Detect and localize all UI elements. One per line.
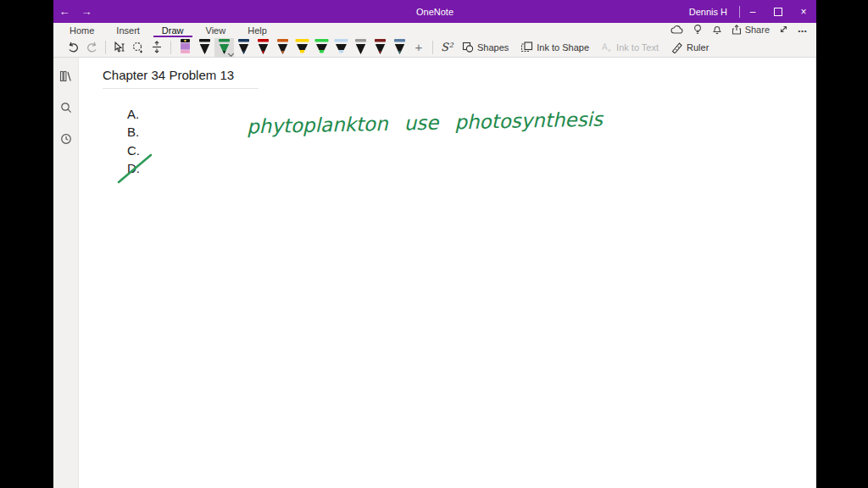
title-bar: ← → OneNote Dennis H – × xyxy=(53,0,816,23)
ruler-icon xyxy=(670,42,683,53)
dark-red-pen[interactable] xyxy=(370,38,390,57)
undo-button[interactable] xyxy=(64,38,82,56)
pen-gallery xyxy=(175,38,409,57)
ink-to-text-button: Aa Ink to Text xyxy=(595,38,665,56)
tab-insert[interactable]: Insert xyxy=(108,25,148,37)
ruler-button[interactable]: Ruler xyxy=(665,38,715,56)
maximize-icon xyxy=(774,8,782,16)
tab-draw[interactable]: Draw xyxy=(153,25,192,37)
user-account-label[interactable]: Dennis H xyxy=(677,7,739,17)
search-icon[interactable] xyxy=(59,101,73,114)
svg-text:a: a xyxy=(608,47,611,53)
eraser[interactable] xyxy=(175,38,195,57)
toolbar-divider xyxy=(432,41,433,54)
galaxy-pen[interactable] xyxy=(351,38,370,57)
insert-space-icon[interactable] xyxy=(147,38,166,56)
shapes-button[interactable]: Shapes xyxy=(456,38,515,56)
orange-pen[interactable] xyxy=(273,38,292,57)
draw-toolbar: + S² Shapes Ink to Shape Aa Ink to Text … xyxy=(53,37,816,58)
toolbar-divider xyxy=(105,41,106,54)
steel-blue-pen[interactable] xyxy=(390,38,409,57)
close-button[interactable]: × xyxy=(791,0,816,23)
red-pen[interactable] xyxy=(253,38,273,57)
page-title-divider xyxy=(103,88,259,89)
notebooks-icon[interactable] xyxy=(59,69,73,83)
ink-to-shape-label: Ink to Shape xyxy=(537,42,589,53)
lasso-select-icon[interactable] xyxy=(129,38,147,56)
tab-help[interactable]: Help xyxy=(239,25,275,37)
ink-word: photosynthesis xyxy=(454,108,603,134)
ribbon: HomeInsertDrawViewHelp Share … xyxy=(53,23,816,58)
ruler-label: Ruler xyxy=(687,42,709,53)
maximize-button[interactable] xyxy=(765,0,791,23)
option-a: A. xyxy=(127,107,139,121)
green-highlighter[interactable] xyxy=(312,38,331,57)
lightbulb-icon[interactable] xyxy=(693,24,703,35)
ribbon-tabs: HomeInsertDrawViewHelp xyxy=(61,25,281,37)
forward-icon[interactable]: → xyxy=(75,5,97,18)
fullscreen-icon[interactable] xyxy=(779,25,788,34)
sync-status-icon[interactable] xyxy=(670,25,683,35)
more-options-icon[interactable]: … xyxy=(798,24,808,35)
ink-to-math-icon: S² xyxy=(441,41,453,53)
light-blue-highlighter[interactable] xyxy=(331,38,351,57)
notifications-bell-icon[interactable] xyxy=(712,24,722,35)
page-canvas[interactable]: Chapter 34 Problem 13 A.B.C.D. phytoplan… xyxy=(79,58,816,488)
ink-annotation: phytoplankton use photosynthesis xyxy=(247,108,603,138)
svg-text:A: A xyxy=(602,42,608,52)
ink-to-shape-button[interactable]: Ink to Shape xyxy=(515,38,595,56)
shapes-label: Shapes xyxy=(477,42,509,53)
app-navigation-rail xyxy=(53,58,79,488)
toolbar-divider xyxy=(170,41,171,54)
black-pen[interactable] xyxy=(195,38,214,57)
yellow-highlighter[interactable] xyxy=(292,38,312,57)
share-label: Share xyxy=(745,25,770,35)
page-title[interactable]: Chapter 34 Problem 13 xyxy=(103,68,234,82)
chevron-down-icon xyxy=(228,50,234,56)
green-pen[interactable] xyxy=(214,38,234,57)
dark-blue-pen[interactable] xyxy=(234,38,253,57)
tab-view[interactable]: View xyxy=(198,25,235,37)
recent-notes-icon[interactable] xyxy=(59,132,73,146)
ink-strike-through-d xyxy=(116,152,153,185)
share-icon xyxy=(732,25,743,35)
select-objects-icon[interactable] xyxy=(110,38,129,56)
option-b: B. xyxy=(127,125,139,139)
ink-to-text-icon: Aa xyxy=(601,42,613,53)
share-button[interactable]: Share xyxy=(732,25,770,35)
back-icon[interactable]: ← xyxy=(53,5,75,18)
shapes-icon xyxy=(462,42,474,53)
redo-button[interactable] xyxy=(82,38,101,56)
tab-home[interactable]: Home xyxy=(61,25,103,37)
onenote-window: ← → OneNote Dennis H – × HomeInsertDrawV… xyxy=(53,0,816,488)
add-pen-button[interactable]: + xyxy=(409,38,428,56)
ink-word: use xyxy=(403,112,438,135)
ink-word: phytoplankton xyxy=(247,113,388,137)
ink-to-text-label: Ink to Text xyxy=(616,42,659,53)
ink-to-shape-icon xyxy=(520,42,533,53)
minimize-button[interactable]: – xyxy=(740,0,765,23)
ink-to-math-button[interactable]: S² xyxy=(437,38,456,56)
